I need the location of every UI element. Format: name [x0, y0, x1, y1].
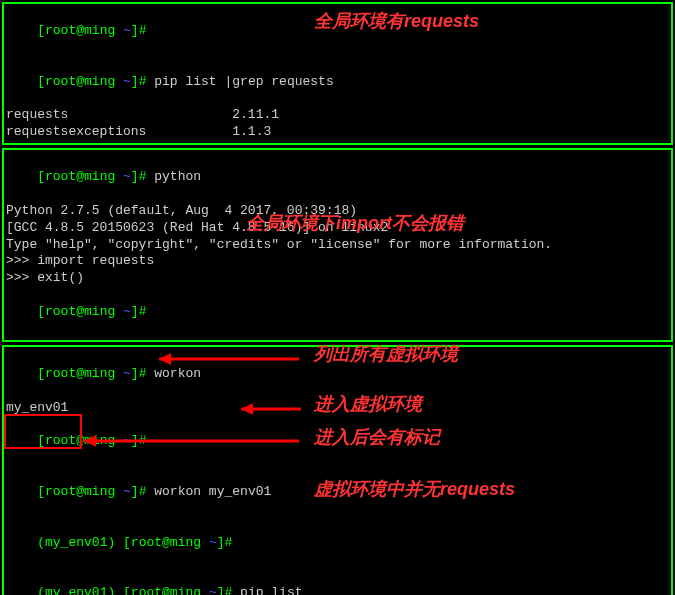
box-virtualenv: [root@ming ~]# workon my_env01 [root@min…	[2, 345, 673, 595]
annotation-global-has-requests: 全局环境有requests	[314, 10, 479, 33]
svg-marker-3	[241, 403, 253, 415]
python-import-requests: >>> import requests	[6, 253, 669, 270]
svg-marker-1	[159, 353, 171, 365]
arrow-workon-env	[241, 402, 311, 416]
prompt-path: ~	[123, 23, 131, 38]
prompt-user: [root@ming	[37, 23, 123, 38]
arrow-env-prefix	[84, 434, 309, 448]
env-prompt-line: (my_env01) [root@ming ~]#	[6, 518, 669, 569]
output-requestsexceptions: requestsexceptions 1.1.3	[6, 124, 669, 141]
arrow-workon	[159, 352, 309, 366]
annotation-env-mark: 进入后会有标记	[314, 426, 440, 449]
python-help: Type "help", "copyright", "credits" or "…	[6, 237, 669, 254]
python-exit: >>> exit()	[6, 270, 669, 287]
annotation-global-import-ok: 全局环境下import不会报错	[246, 212, 464, 235]
prompt-end: ]#	[131, 23, 154, 38]
prompt-line: [root@ming ~]#	[6, 287, 669, 338]
annotation-list-envs: 列出所有虚拟环境	[314, 343, 458, 366]
cmd-pip-grep: pip list |grep requests	[154, 74, 333, 89]
annotation-no-requests: 虚拟环境中并无requests	[314, 478, 515, 501]
box-global-python: [root@ming ~]# python Python 2.7.5 (defa…	[2, 148, 673, 342]
annotation-enter-env: 进入虚拟环境	[314, 393, 422, 416]
output-requests: requests 2.11.1	[6, 107, 669, 124]
env-prefix-highlight	[4, 414, 82, 449]
prompt-line: [root@ming ~]# pip list |grep requests	[6, 57, 669, 108]
svg-marker-5	[84, 435, 96, 447]
env-prompt-piplist: (my_env01) [root@ming ~]# pip list	[6, 569, 669, 596]
cmd-python: python	[154, 169, 201, 184]
box-global-piplist: [root@ming ~]# [root@ming ~]# pip list |…	[2, 2, 673, 145]
prompt-line: [root@ming ~]# python	[6, 152, 669, 203]
